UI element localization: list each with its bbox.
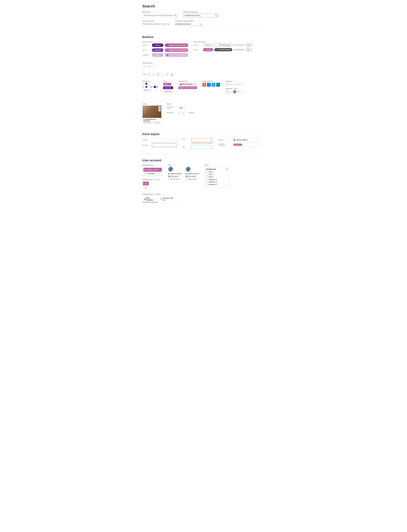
- filter-user-1[interactable]: Utilisateur 1: [206, 179, 228, 181]
- download2-button[interactable]: ↓: [161, 73, 165, 76]
- grid-view-icon-2[interactable]: ▣: [149, 89, 151, 91]
- page-hover-3-button[interactable]: 3: [233, 90, 236, 93]
- selected-input[interactable]: [152, 143, 176, 147]
- filter-checkbox-u1[interactable]: [206, 179, 208, 180]
- doc-button-hover[interactable]: Documentation: [234, 49, 245, 51]
- more-dots-icon[interactable]: ⋮: [142, 69, 145, 72]
- secondary-search-activated-input[interactable]: [175, 23, 202, 26]
- toggle-off[interactable]: [149, 86, 152, 88]
- profile-edit-2[interactable]: ✎: [189, 170, 191, 172]
- tag-keyword[interactable]: Keyword: [163, 86, 173, 89]
- download-button-hover[interactable]: ↓ ↓ Tout télécharger: [214, 48, 232, 51]
- page-hover-4-button[interactable]: 4: [237, 90, 240, 93]
- author-tag-close[interactable]: ✕: [247, 139, 248, 141]
- keyword-tag-close[interactable]: ✕: [240, 144, 241, 145]
- profile-mon-profil-1[interactable]: 👤 Mon profil: [168, 175, 182, 177]
- email-button[interactable]: ✉: [202, 83, 206, 87]
- tag-filter[interactable]: Filter ✕: [163, 83, 172, 85]
- closed-item-donnees[interactable]: 📁: [143, 186, 149, 190]
- facebook-button[interactable]: f: [207, 83, 211, 87]
- filter-checkbox-2[interactable]: [206, 174, 208, 175]
- filter-liste-3[interactable]: Liste 3: [206, 176, 228, 178]
- filter-user-3[interactable]: Utilisateur 3: [206, 183, 228, 185]
- dashboard-item-tableau[interactable]: ▮ Tableau de bord: [143, 168, 162, 172]
- uploader-button-hover[interactable]: Uploader: [152, 48, 164, 52]
- secondary-search-input[interactable]: [142, 23, 170, 26]
- filter-user-2[interactable]: Utilisateur 2: [206, 181, 228, 183]
- quote-button[interactable]: ❞: [142, 65, 146, 68]
- page-3-button[interactable]: 3: [233, 83, 236, 86]
- checkbox-checked[interactable]: ✓: [145, 83, 147, 85]
- main-search-input[interactable]: [142, 14, 178, 17]
- linkedin-button[interactable]: in: [216, 83, 220, 87]
- download-button-normal[interactable]: ↓ ↓ Tout télécharger: [214, 44, 232, 47]
- share2-button[interactable]: ⇧: [152, 73, 156, 76]
- filter-checkbox-u3[interactable]: [206, 183, 208, 185]
- profile-tableau-1[interactable]: ▮ Tableau de bord: [168, 173, 182, 175]
- tab-mes-donnees[interactable]: ▮ Mes données: [142, 196, 158, 202]
- selected-file[interactable]: 📷 IMG_003.jpg: [179, 83, 197, 85]
- tab-partagees[interactable]: ✦ Partagées avec moi: [158, 196, 178, 202]
- error-input[interactable]: [191, 138, 213, 142]
- page-2-button[interactable]: 2: [229, 83, 233, 86]
- filter-checkbox-3[interactable]: [206, 176, 208, 178]
- share-button[interactable]: ⇧: [147, 65, 151, 68]
- closed-item-tableau[interactable]: ▮: [143, 182, 149, 185]
- eye-button[interactable]: 👁: [142, 73, 146, 76]
- page-1-button[interactable]: 1: [226, 83, 229, 86]
- doc-button-normal[interactable]: Documentation: [234, 44, 245, 46]
- tag-filter-close[interactable]: ✕: [169, 83, 170, 85]
- lock-button[interactable]: 🔒: [170, 73, 174, 76]
- keywords-input[interactable]: Histoire ✕: [232, 143, 259, 146]
- quote2-button[interactable]: ❞: [147, 73, 151, 76]
- radio-unchecked[interactable]: [142, 86, 144, 88]
- checkbox-unchecked[interactable]: [142, 83, 144, 85]
- page-4-button[interactable]: 4: [237, 83, 240, 86]
- author-tag[interactable]: thomas shelby ✕: [236, 139, 249, 141]
- xml-button-normal[interactable]: XML: [246, 44, 251, 46]
- info-button[interactable]: ⓘ: [165, 73, 169, 76]
- selected-collection[interactable]: 📜 Toute la collection: [179, 86, 197, 89]
- page-hover-next-button[interactable]: >: [241, 90, 244, 93]
- gallery-card[interactable]: 👁 ⓘ Le campement de Gergoviа... Aurelia …: [142, 106, 161, 124]
- keyword-tag[interactable]: Histoire ✕: [233, 144, 242, 146]
- link-button[interactable]: 🔗: [156, 73, 160, 76]
- dropdown-menu[interactable]: Type ⌄: [178, 106, 187, 109]
- ajouter-button-normal[interactable]: + Ajouter: [203, 44, 213, 47]
- main-search-activated-input[interactable]: [183, 14, 219, 17]
- list-view-icon[interactable]: ☰: [142, 89, 144, 91]
- page-next-button[interactable]: >: [241, 83, 244, 86]
- toggle-on[interactable]: [154, 86, 158, 88]
- logout-button-1[interactable]: ↩ Déconnexion: [168, 178, 182, 180]
- page-hover-2-button[interactable]: 2: [229, 90, 233, 93]
- filter-liste-2[interactable]: Liste 2: [206, 173, 228, 175]
- arrow-right-button[interactable]: >: [182, 111, 185, 114]
- arrow-left-button[interactable]: <: [178, 111, 181, 114]
- tag-collection[interactable]: Collection: [163, 90, 173, 93]
- ajouter-button-hover[interactable]: + Ajouter: [203, 48, 213, 51]
- profile-edit-1[interactable]: ✎: [172, 170, 174, 172]
- add-collection-button-hover[interactable]: 👤 Ajouter à une collection: [165, 48, 188, 52]
- download-tool-button[interactable]: ↓: [152, 65, 156, 68]
- normal-input[interactable]: [152, 138, 176, 142]
- valid-input[interactable]: [191, 145, 213, 149]
- partage-title[interactable]: Partagé avec ∧: [206, 168, 228, 170]
- page-hover-1-button[interactable]: 1: [226, 90, 229, 93]
- gallery-info-icon[interactable]: ⓘ: [158, 109, 161, 111]
- profile-tableau-2[interactable]: ▮ Tableau de bord: [186, 173, 199, 175]
- filter-checkbox-1[interactable]: [206, 171, 208, 173]
- add-collection-button-normal[interactable]: 👤 Ajouter à une collection: [165, 44, 188, 47]
- back-button[interactable]: ‹ Retour: [188, 112, 194, 114]
- gallery-expand-icon[interactable]: 👁: [158, 106, 161, 109]
- profile-mon-profil-2[interactable]: 👤 Mon profil: [186, 175, 199, 177]
- radio-checked[interactable]: [145, 86, 147, 88]
- dashboard-item-donnees[interactable]: 📁 Données: [143, 172, 162, 175]
- authors-input[interactable]: 👤 thomas shelby ✕: [232, 138, 259, 142]
- uploader-button-normal[interactable]: Uploader: [152, 44, 164, 47]
- xml-button-hover[interactable]: XML: [246, 48, 251, 51]
- more-dots-container[interactable]: ⋮: [142, 69, 174, 72]
- filter-liste-1[interactable]: Liste 1: [206, 171, 228, 173]
- list-view-icon-2[interactable]: ☰: [147, 89, 149, 91]
- grid-view-icon[interactable]: ▣: [144, 89, 146, 91]
- twitter-button[interactable]: 𝕏: [211, 83, 215, 87]
